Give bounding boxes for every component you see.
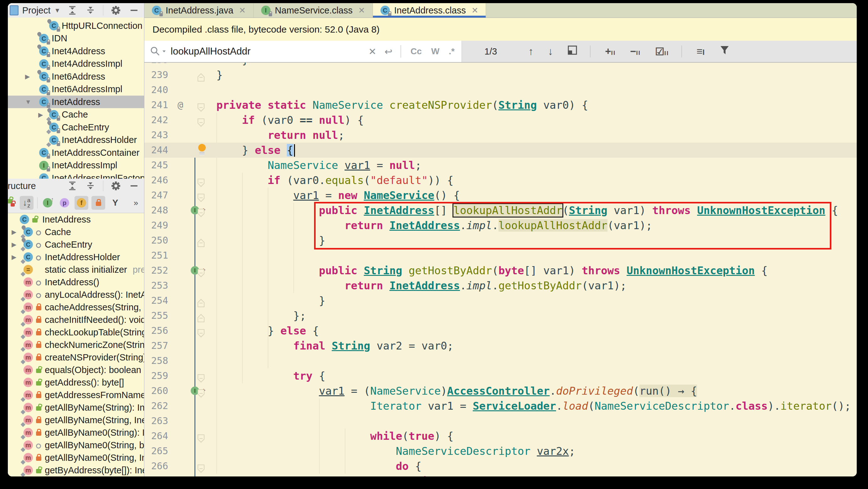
- structure-item-InetAddress()[interactable]: mInetAddress(): [8, 276, 144, 288]
- hide-panel-icon[interactable]: [128, 180, 140, 192]
- editor-line-252[interactable]: 252I↑ public String getHostByAddr(byte[]…: [144, 263, 857, 278]
- structure-item-checkLookupTable(String)[interactable]: mcheckLookupTable(String): [8, 326, 144, 339]
- structure-item-getByAddress(byte[]): Inet[interactable]: mgetByAddress(byte[]): Inet: [8, 464, 144, 477]
- filter-search-icon[interactable]: [720, 45, 730, 58]
- close-icon[interactable]: ✕: [472, 6, 478, 16]
- project-tree-item-InetAddressImplFactory[interactable]: CInetAddressImplFactory: [8, 172, 144, 179]
- project-tool-icon[interactable]: [10, 5, 19, 16]
- editor-line-243[interactable]: 243 return null;: [144, 127, 857, 143]
- tab-NameService.class[interactable]: INameService.class✕: [254, 3, 373, 18]
- chevron-down-icon[interactable]: ▼: [25, 98, 31, 106]
- project-tree-item-Inet6Address[interactable]: ▶CInet6Address: [8, 70, 144, 83]
- project-tree-item-CacheEntry[interactable]: CCacheEntry: [8, 121, 144, 134]
- show-properties-icon[interactable]: p: [58, 196, 71, 210]
- find-all-icon[interactable]: [567, 45, 578, 58]
- close-icon[interactable]: ✕: [358, 6, 365, 16]
- structure-item-InetAddressHolder[interactable]: ▶CInetAddressHolder: [8, 251, 144, 263]
- expand-all-icon[interactable]: [67, 180, 78, 192]
- project-tree-item-IDN[interactable]: CIDN: [8, 32, 144, 45]
- match-case-toggle[interactable]: Cc: [410, 47, 422, 56]
- words-toggle[interactable]: W: [431, 47, 439, 56]
- project-tree-item-InetAddressHolder[interactable]: CInetAddressHolder: [8, 134, 144, 146]
- structure-item-getAllByName(String): Inet[interactable]: mgetAllByName(String): Inet: [8, 401, 144, 414]
- show-inherited-icon[interactable]: I ↑: [41, 196, 55, 210]
- gear-icon[interactable]: [110, 5, 122, 16]
- editor-line-241[interactable]: 241@ private static NameService createNS…: [144, 97, 857, 113]
- editor-line-266[interactable]: 266 do {: [144, 459, 857, 473]
- editor-line-238[interactable]: 238 }: [144, 63, 857, 67]
- select-all-occurrences-icon[interactable]: ☑II: [655, 46, 669, 58]
- editor-line-257[interactable]: 257 final String var2 = var0;: [144, 338, 857, 353]
- editor-line-265[interactable]: 265 NameServiceDescriptor var2x;: [144, 443, 857, 459]
- editor-line-239[interactable]: 239 }: [144, 67, 857, 82]
- structure-item-Cache[interactable]: ▶CCache: [8, 226, 144, 238]
- show-fields-icon[interactable]: f: [74, 196, 88, 210]
- editor-line-259[interactable]: 259 try {: [144, 368, 857, 383]
- search-field[interactable]: lookupAllHostAddr ✕ ↩ Cc W .*: [144, 41, 462, 62]
- structure-item-CacheEntry[interactable]: ▶CCacheEntry: [8, 238, 144, 251]
- structure-item-cacheInitIfNeeded(): void[interactable]: mcacheInitIfNeeded(): void: [8, 313, 144, 326]
- editor-line-262[interactable]: 262 Iterator var1 = ServiceLoader.load(N…: [144, 398, 857, 413]
- remove-occurrence-icon[interactable]: −II: [630, 46, 641, 57]
- structure-item-anyLocalAddress(): InetAd[interactable]: manyLocalAddress(): InetAd: [8, 288, 144, 301]
- project-tree-item-Cache[interactable]: ▶CCache: [8, 109, 144, 121]
- previous-occurrence-icon[interactable]: ↑: [528, 46, 534, 57]
- structure-item-getAddressesFromNameS[interactable]: mgetAddressesFromNameS: [8, 389, 144, 401]
- structure-item-InetAddress[interactable]: CInetAddress: [8, 213, 144, 226]
- editor-line-260[interactable]: 260I↑ var1 = (NameService)AccessControll…: [144, 383, 857, 398]
- collapse-all-icon[interactable]: [85, 180, 96, 192]
- code-editor[interactable]: 238 }239 }240241@ private static NameSer…: [144, 63, 857, 477]
- show-non-public-icon[interactable]: [91, 196, 105, 210]
- hide-panel-icon[interactable]: [128, 5, 140, 16]
- editor-line-264[interactable]: 264 while(true) {: [144, 429, 857, 443]
- editor-line-267[interactable]: 267 if (var1.hasNext()) {: [144, 473, 857, 477]
- editor-line-253[interactable]: 253 return InetAddress.impl.getHostByAdd…: [144, 278, 857, 293]
- search-input[interactable]: lookupAllHostAddr: [170, 46, 361, 57]
- filter-icon[interactable]: Y: [108, 196, 122, 210]
- editor-line-245[interactable]: 245 NameService var1 = null;: [144, 158, 857, 173]
- editor-line-240[interactable]: 240: [144, 82, 857, 97]
- project-tree-item-Inet6AddressImpl[interactable]: CInet6AddressImpl: [8, 83, 144, 95]
- editor-line-263[interactable]: 263: [144, 413, 857, 429]
- gear-icon[interactable]: [110, 180, 122, 192]
- chevron-right-icon[interactable]: ▶: [38, 111, 43, 118]
- structure-item-getAllByName(String, Inet.[interactable]: mgetAllByName(String, Inet.: [8, 414, 144, 426]
- collapse-all-icon[interactable]: [85, 5, 96, 16]
- structure-item-getAllByName0(String): In[interactable]: mgetAllByName0(String): In: [8, 426, 144, 439]
- structure-item-getAddress(): byte[][interactable]: mgetAddress(): byte[]: [8, 376, 144, 389]
- structure-item-getAllByName0(String, Ine[interactable]: mgetAllByName0(String, Ine: [8, 451, 144, 464]
- editor-line-255[interactable]: 255 };: [144, 308, 857, 323]
- editor-line-242[interactable]: 242 if (var0 == null) {: [144, 113, 857, 127]
- project-tree-item-InetAddress[interactable]: ▼CInetAddress: [8, 95, 144, 108]
- editor-line-258[interactable]: 258: [144, 353, 857, 368]
- project-tree-item-Inet4AddressImpl[interactable]: CInet4AddressImpl: [8, 58, 144, 70]
- chevron-right-icon[interactable]: ▶: [11, 253, 16, 261]
- editor-line-247[interactable]: 247 var1 = new NameService() {: [144, 188, 857, 203]
- clear-search-icon[interactable]: ✕: [369, 46, 376, 57]
- chevron-right-icon[interactable]: ▶: [11, 228, 16, 236]
- structure-item-static class initializer[interactable]: =static class initializerpreferI: [8, 263, 144, 276]
- chevron-right-icon[interactable]: ▶: [11, 241, 16, 248]
- structure-item-getAllByName0(String, bo[interactable]: mgetAllByName0(String, bo: [8, 439, 144, 451]
- project-tree-item-Inet4Address[interactable]: CInet4Address: [8, 45, 144, 57]
- add-occurrence-icon[interactable]: +II: [605, 46, 616, 57]
- project-tree-item-InetAddressImpl[interactable]: IInetAddressImpl: [8, 159, 144, 172]
- tab-InetAddress.java[interactable]: CInetAddress.java✕: [144, 3, 254, 18]
- editor-line-244[interactable]: 244 } else {: [144, 143, 857, 158]
- chevron-down-icon[interactable]: ▼: [54, 7, 60, 14]
- close-icon[interactable]: ✕: [239, 6, 246, 16]
- expand-all-icon[interactable]: [67, 5, 78, 16]
- chevron-right-icon[interactable]: ▶: [25, 73, 30, 80]
- overflow-icon[interactable]: »: [129, 196, 143, 210]
- tab-InetAddress.class[interactable]: CInetAddress.class✕: [373, 3, 486, 18]
- project-tree-item-InetAddressContainer[interactable]: CInetAddressContainer: [8, 146, 144, 159]
- editor-line-251[interactable]: 251: [144, 248, 857, 263]
- structure-item-checkNumericZone(String[interactable]: mcheckNumericZone(String: [8, 339, 144, 351]
- structure-item-createNSProvider(String):[interactable]: mcreateNSProvider(String):: [8, 351, 144, 364]
- structure-item-equals(Object): boolean[interactable]: mequals(Object): boolean↑: [8, 364, 144, 376]
- visibility-locks-icon[interactable]: [8, 196, 17, 210]
- structure-item-cacheAddresses(String, In[interactable]: mcacheAddresses(String, In: [8, 301, 144, 313]
- editor-line-246[interactable]: 246 if (var0.equals("default")) {: [144, 173, 857, 188]
- regex-toggle[interactable]: .*: [449, 47, 455, 56]
- project-tree-item-HttpURLConnection[interactable]: CHttpURLConnection: [8, 20, 144, 32]
